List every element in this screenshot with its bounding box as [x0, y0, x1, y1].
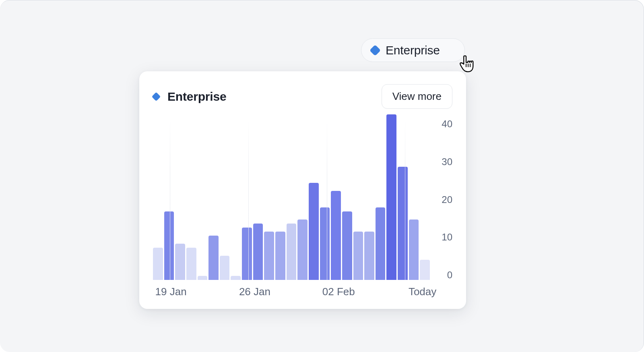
chart-plot-row: 403020100: [153, 118, 452, 280]
chart-bar[interactable]: [353, 232, 363, 280]
chart-bar[interactable]: [398, 167, 408, 280]
chart-bar[interactable]: [242, 228, 252, 280]
chart-card: Enterprise View more 403020100 19 Jan26 …: [139, 71, 466, 309]
chart-bar[interactable]: [420, 260, 430, 280]
chart-y-tick: 20: [442, 195, 452, 205]
chart-bar[interactable]: [186, 248, 196, 280]
chart-bar[interactable]: [297, 219, 308, 280]
chart-bar[interactable]: [153, 248, 163, 280]
chart-y-tick: 30: [442, 157, 452, 167]
app-canvas: Enterprise Enterprise View more 40302010…: [0, 0, 644, 352]
chart-x-tick: Today: [409, 286, 436, 298]
chart-y-axis: 403020100: [433, 118, 452, 280]
chart-bar[interactable]: [342, 211, 352, 280]
chart-bar[interactable]: [320, 207, 330, 280]
chart-bar[interactable]: [220, 256, 230, 280]
chart-gridline: [327, 118, 327, 280]
chart-gridline: [405, 118, 405, 280]
chart-bar[interactable]: [231, 276, 241, 280]
chart-bar[interactable]: [208, 236, 219, 280]
chart-bar[interactable]: [198, 276, 208, 280]
series-toggle-enterprise[interactable]: Enterprise: [361, 38, 465, 62]
chart-bar[interactable]: [253, 224, 263, 280]
chart-x-tick: 02 Feb: [322, 286, 355, 298]
chart-y-tick: 0: [447, 270, 452, 280]
chart-bar[interactable]: [376, 207, 386, 280]
chart-bar[interactable]: [164, 211, 174, 280]
chart-bar[interactable]: [364, 232, 374, 280]
chart-title-group: Enterprise: [153, 90, 226, 104]
chart-bar[interactable]: [331, 191, 341, 280]
chart-y-tick: 10: [442, 232, 452, 242]
chart-bars-area: [153, 118, 433, 280]
chart-bar[interactable]: [409, 219, 419, 280]
chart-x-axis: 19 Jan26 Jan02 FebToday: [153, 286, 452, 299]
chart-bar[interactable]: [264, 232, 274, 280]
chart-card-header: Enterprise View more: [153, 84, 452, 109]
diamond-icon: [152, 92, 161, 101]
chart-x-tick: 26 Jan: [239, 286, 270, 298]
chart-bar[interactable]: [309, 183, 319, 280]
chart-title: Enterprise: [167, 90, 226, 104]
chart-x-tick: 19 Jan: [155, 286, 187, 298]
chart-y-tick: 40: [442, 119, 452, 129]
chart-bar[interactable]: [275, 232, 285, 280]
chart-gridline: [170, 118, 170, 280]
diamond-icon: [369, 44, 381, 56]
chart-area: 403020100 19 Jan26 Jan02 FebToday: [153, 118, 452, 299]
chart-bar[interactable]: [287, 224, 297, 280]
view-more-button[interactable]: View more: [382, 84, 452, 109]
series-toggle-label: Enterprise: [386, 43, 440, 57]
chart-gridline: [248, 118, 249, 280]
chart-bar[interactable]: [175, 244, 185, 280]
chart-bar[interactable]: [386, 114, 396, 280]
